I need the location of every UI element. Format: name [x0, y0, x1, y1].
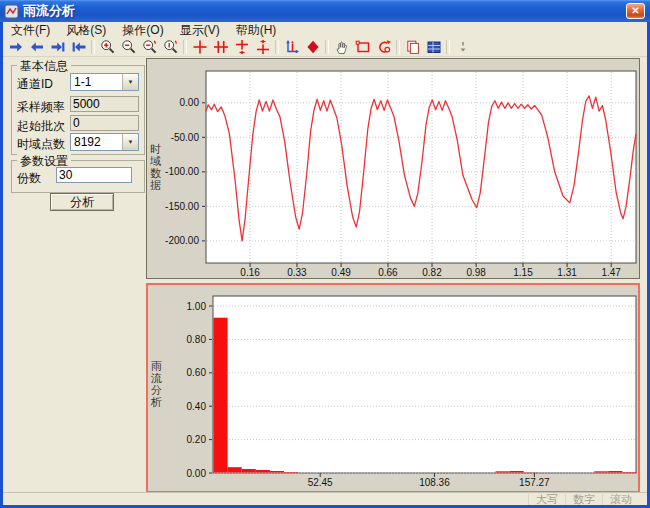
- copy-page-icon: [405, 39, 421, 55]
- control-panel: 基本信息 通道ID 采样频率 起始批次 时域点数 1-1 ▼ 8192 ▼ 参数…: [3, 57, 146, 492]
- nav-first-button[interactable]: [68, 38, 89, 56]
- nav-forward-icon: [8, 39, 24, 55]
- menu-operate[interactable]: 操作(O): [114, 23, 171, 37]
- chevron-down-icon[interactable]: ▼: [122, 74, 138, 90]
- status-bar: 大写 数字 滚动: [3, 492, 647, 505]
- cursor-valley-icon: [255, 39, 271, 55]
- channel-id-combo[interactable]: 1-1 ▼: [70, 73, 139, 91]
- nav-back-icon: [29, 39, 45, 55]
- select-region-icon: [355, 39, 371, 55]
- basic-info-group: 基本信息 通道ID 采样频率 起始批次 时域点数 1-1 ▼ 8192 ▼: [11, 65, 145, 155]
- zoom-in-button[interactable]: [97, 38, 118, 56]
- cursor-cross-button[interactable]: [189, 38, 210, 56]
- rotate-view-button[interactable]: [373, 38, 394, 56]
- toolbar-separator: [325, 40, 329, 54]
- plot-area[interactable]: [213, 296, 636, 473]
- histogram-bar: [510, 471, 524, 473]
- cursor-double-cross-button[interactable]: [210, 38, 231, 56]
- close-icon: ✕: [631, 6, 639, 16]
- pan-hand-button[interactable]: [331, 38, 352, 56]
- histogram-bar: [256, 470, 270, 473]
- y-tick-label: 0.80: [187, 334, 207, 345]
- pan-hand-icon: [334, 39, 350, 55]
- nav-back-button[interactable]: [26, 38, 47, 56]
- start-batch-label: 起始批次: [17, 118, 65, 135]
- histogram-bar: [228, 467, 242, 472]
- zoom-vert-button[interactable]: [160, 38, 181, 56]
- param-settings-group: 参数设置 份数: [11, 160, 145, 193]
- y-tick-label: 0.00: [187, 468, 207, 479]
- client-area: 基本信息 通道ID 采样频率 起始批次 时域点数 1-1 ▼ 8192 ▼ 参数…: [3, 57, 647, 492]
- cursor-peak-button[interactable]: [231, 38, 252, 56]
- window-border-left: [0, 22, 3, 508]
- toolbar-separator: [275, 40, 279, 54]
- cursor-double-cross-icon: [213, 39, 229, 55]
- channel-id-label: 通道ID: [17, 76, 53, 93]
- close-button[interactable]: ✕: [626, 3, 645, 19]
- marker-diamond-icon: [305, 39, 321, 55]
- basic-info-title: 基本信息: [17, 58, 71, 75]
- toolbar-separator: [183, 40, 187, 54]
- x-tick-label: 52.45: [308, 477, 333, 488]
- channel-id-value: 1-1: [71, 75, 122, 89]
- cursor-valley-button[interactable]: [252, 38, 273, 56]
- x-tick-label: 1.15: [513, 267, 533, 278]
- nav-forward-button[interactable]: [5, 38, 26, 56]
- x-tick-label: 108.36: [419, 477, 450, 488]
- time-points-label: 时域点数: [17, 136, 65, 153]
- histogram-bar: [608, 471, 622, 473]
- menu-file[interactable]: 文件(F): [3, 23, 58, 37]
- copy-page-button[interactable]: [402, 38, 423, 56]
- histogram-bar: [242, 469, 256, 473]
- sample-rate-label: 采样频率: [17, 99, 65, 116]
- y-tick-label: -50.00: [171, 132, 200, 143]
- zoom-vert-icon: [163, 39, 179, 55]
- menu-style[interactable]: 风格(S): [58, 23, 114, 37]
- zoom-out-button[interactable]: [118, 38, 139, 56]
- num-bins-label: 份数: [17, 170, 41, 187]
- menu-help[interactable]: 帮助(H): [228, 23, 285, 37]
- histogram-bar: [284, 472, 298, 473]
- overflow-button[interactable]: [452, 38, 473, 56]
- time-points-combo[interactable]: 8192 ▼: [70, 133, 139, 151]
- zoom-horz-icon: [142, 39, 158, 55]
- histogram-bar: [622, 472, 636, 473]
- rainflow-ylabel: 雨流分析: [150, 360, 163, 408]
- sample-rate-field[interactable]: [70, 96, 139, 112]
- data-table-button[interactable]: [423, 38, 444, 56]
- cursor-peak-icon: [234, 39, 250, 55]
- zoom-horz-button[interactable]: [139, 38, 160, 56]
- marker-diamond-button[interactable]: [302, 38, 323, 56]
- analyze-button[interactable]: 分析: [50, 193, 114, 211]
- chevron-down-icon[interactable]: ▼: [122, 134, 138, 150]
- y-tick-label: 0.00: [180, 97, 200, 108]
- x-tick-label: 0.49: [331, 267, 351, 278]
- rotate-view-icon: [376, 39, 392, 55]
- menu-view[interactable]: 显示(V): [172, 23, 228, 37]
- select-region-button[interactable]: [352, 38, 373, 56]
- time-domain-chart[interactable]: 0.00-50.00-100.00-150.00-200.000.160.330…: [147, 59, 639, 278]
- toolbar-separator: [446, 40, 450, 54]
- y-tick-label: 0.40: [187, 401, 207, 412]
- histogram-bar: [270, 471, 284, 473]
- start-batch-field[interactable]: [70, 115, 139, 131]
- rainflow-panel: 雨流分析 1.000.800.600.400.200.0052.45108.36…: [146, 283, 640, 493]
- x-tick-label: 0.66: [378, 267, 398, 278]
- title-bar[interactable]: 雨流分析 ✕: [0, 0, 650, 22]
- y-tick-label: 0.60: [187, 367, 207, 378]
- zoom-out-icon: [121, 39, 137, 55]
- zoom-in-icon: [100, 39, 116, 55]
- measure-axes-button[interactable]: [281, 38, 302, 56]
- measure-axes-icon: [284, 39, 300, 55]
- x-tick-label: 0.98: [466, 267, 486, 278]
- x-tick-label: 1.47: [601, 267, 621, 278]
- x-tick-label: 0.33: [287, 267, 307, 278]
- histogram-bar: [594, 471, 608, 472]
- nav-last-button[interactable]: [47, 38, 68, 56]
- toolbar-separator: [91, 40, 95, 54]
- x-tick-label: 157.27: [519, 477, 550, 488]
- rainflow-chart[interactable]: 1.000.800.600.400.200.0052.45108.36157.2…: [148, 285, 638, 491]
- num-bins-field[interactable]: [56, 167, 132, 183]
- y-tick-label: -200.00: [165, 235, 199, 246]
- toolbar-separator: [396, 40, 400, 54]
